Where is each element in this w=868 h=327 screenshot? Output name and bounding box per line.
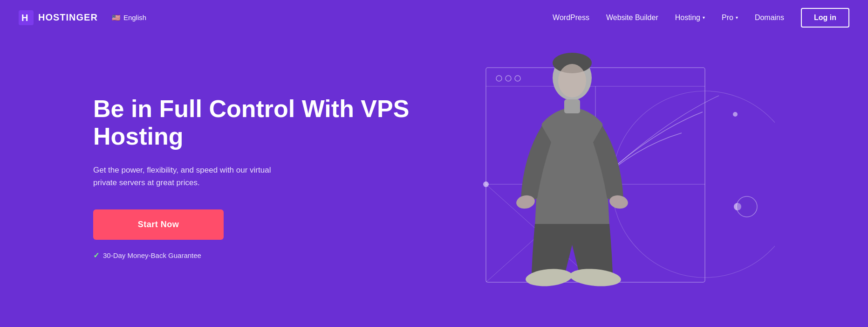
navbar: H HOSTINGER 🇺🇸 English WordPress Website… <box>0 0 868 35</box>
svg-rect-19 <box>564 99 580 113</box>
hero-title: Be in Full Control With VPS Hosting <box>93 95 410 151</box>
language-selector[interactable]: 🇺🇸 English <box>112 14 146 22</box>
hosting-chevron-icon: ▾ <box>703 15 705 20</box>
hero-subtitle: Get the power, flexibility, and speed wi… <box>93 164 289 189</box>
flag-icon: 🇺🇸 <box>112 14 121 22</box>
person-figure <box>509 49 635 296</box>
language-label: English <box>123 14 146 21</box>
svg-point-14 <box>737 196 757 217</box>
nav-hosting-label: Hosting <box>675 14 700 22</box>
hero-section: H HOSTINGER 🇺🇸 English WordPress Website… <box>0 0 868 327</box>
navbar-right: WordPress Website Builder Hosting ▾ Pro … <box>553 8 849 28</box>
nav-pro-label: Pro <box>722 14 733 22</box>
logo-icon: H <box>19 10 34 25</box>
check-icon: ✓ <box>93 251 99 260</box>
svg-point-3 <box>496 76 502 81</box>
navbar-left: H HOSTINGER 🇺🇸 English <box>19 10 553 25</box>
nav-pro[interactable]: Pro ▾ <box>722 14 738 22</box>
hero-illustration <box>449 40 775 310</box>
nav-hosting[interactable]: Hosting ▾ <box>675 14 705 22</box>
svg-point-23 <box>569 267 622 288</box>
pro-chevron-icon: ▾ <box>736 15 738 20</box>
brand-name: HOSTINGER <box>38 12 98 23</box>
login-button[interactable]: Log in <box>801 8 849 28</box>
nav-wordpress[interactable]: WordPress <box>553 14 589 22</box>
hero-content: Be in Full Control With VPS Hosting Get … <box>93 95 410 260</box>
guarantee-label: 30-Day Money-Back Guarantee <box>103 251 201 259</box>
svg-point-25 <box>558 64 586 97</box>
svg-point-15 <box>733 112 738 117</box>
nav-website-builder[interactable]: Website Builder <box>606 14 658 22</box>
guarantee-badge: ✓ 30-Day Money-Back Guarantee <box>93 251 410 260</box>
logo[interactable]: H HOSTINGER <box>19 10 98 25</box>
nav-domains[interactable]: Domains <box>755 14 784 22</box>
start-now-button[interactable]: Start Now <box>93 209 224 240</box>
svg-text:H: H <box>21 13 28 23</box>
